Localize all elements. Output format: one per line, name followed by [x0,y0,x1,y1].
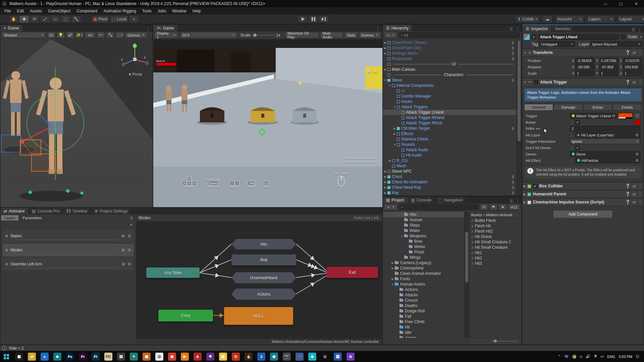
animator-layer-override-left-arm[interactable]: ≡Override Left ArmM⚙ [3,258,134,270]
project-folder-row[interactable]: ▼Human Anims [383,282,469,287]
hidden-packages-count[interactable]: ⌀22 [508,204,520,210]
label-filter-icon[interactable]: ⚑ [489,204,497,210]
prefab-chevron-icon[interactable]: ❯ [512,78,516,82]
help-icon[interactable]: ❔ [625,192,630,196]
hierarchy-row[interactable]: ▶Steve NPC [383,169,517,174]
taskbar-app-0[interactable]: ▦ [15,353,23,361]
transform-component-header[interactable]: ▼ ⊹ Transform ❔⇄⋮ [522,49,644,57]
hierarchy-row[interactable]: Hit Audio [383,153,517,158]
local-toggle[interactable]: ⬚Local [110,15,128,23]
project-folder-row[interactable]: Attacks [383,292,469,298]
expand-arrow-icon[interactable]: ▶ [383,181,387,184]
taskbar-app-11[interactable]: ◎ [155,353,163,361]
project-search-input[interactable]: ⌕ [398,204,479,210]
tab-console[interactable]: ▤Console [408,197,435,203]
project-zoom-slider[interactable] [491,341,518,342]
component-header-cinemachine-impulse-source-script-[interactable]: ▶▣Cinemachine Impulse Source (Script)❔⇄⋮ [522,198,644,206]
presets-icon[interactable]: ⇄ [633,200,636,204]
taskbar-app-4[interactable]: Ps [66,353,74,361]
project-folder-row[interactable]: Melee [383,244,469,249]
expand-arrow-icon[interactable]: ▶ [388,159,392,162]
project-folder-row[interactable]: Free Climb [383,319,469,324]
attack-trigger-tab-extras[interactable]: Extras [583,104,612,111]
state-node-unarmed[interactable]: UnarmedAttack [231,272,296,283]
project-folder-row[interactable]: Pistol [383,249,469,255]
project-tree-scrollbar[interactable] [464,212,469,338]
tool-button-6[interactable]: 🔧 [71,15,81,23]
expand-arrow-icon[interactable]: ▶ [383,41,387,44]
project-folder-row[interactable]: Hit [383,324,469,330]
volume-icon[interactable]: 🔊 [586,354,590,359]
transform-scale-x-field[interactable]: 1 [575,70,595,76]
hierarchy-row[interactable]: ▶Chest❯ [383,174,517,179]
taskbar-app-21[interactable]: 📷 [283,353,291,361]
tool-button-5[interactable]: ⬚ [61,15,71,23]
project-folder-row[interactable]: ▶Camera (Legacy) [383,260,469,265]
hidden-objects-icon[interactable]: ⌀0 [85,32,96,38]
layer-dropdown[interactable]: Ignore Raycast▼ [590,41,642,47]
project-breadcrumb[interactable]: Assets▸Malbers Animati [469,212,521,218]
start-button[interactable] [2,353,10,361]
project-folder-row[interactable]: Fall [383,314,469,319]
tool-button-0[interactable]: ✋ [9,15,19,23]
drag-handle-icon[interactable]: ≡ [5,234,8,238]
component-header-humanoid-parent[interactable]: ▶▣Humanoid Parent❔⇄⋮ [522,190,644,198]
hierarchy-row[interactable]: Attack Trigger RKick [383,120,517,126]
expand-arrow-icon[interactable]: ▼ [388,84,392,87]
hierarchy-row[interactable]: Stamina Check [383,136,517,142]
hierarchy-row[interactable]: Mesh [383,163,517,169]
foldout-arrow-icon[interactable]: ▶ [524,193,526,196]
hit-effect-object-field[interactable]: ⬢HitParticle⊙ [575,158,640,163]
attack-trigger-tab-damage[interactable]: Damage [554,104,583,111]
tab-game[interactable]: 🎮Game [153,25,178,32]
attack-trigger-tab-events[interactable]: Events [613,104,642,111]
component-header-box-collider[interactable]: ▶▣✓Box Collider❔⇄⋮ [522,182,644,190]
tab-animator[interactable]: ⇄Animator [0,208,29,215]
expand-arrow-icon[interactable]: ▶ [392,127,397,130]
taskbar-app-6[interactable]: Pt [92,353,100,361]
component-enabled-checkbox[interactable]: ✓ [533,184,538,188]
taskbar-app-1[interactable]: 📁 [28,353,36,361]
project-folder-row[interactable]: Clean Animal Animator [383,271,469,276]
add-layer-button[interactable]: ＋ [129,222,133,228]
scene-gizmos-dropdown[interactable]: Gizmos▼ [125,32,147,38]
project-folder-row[interactable]: Wings [383,255,469,260]
prefab-chevron-icon[interactable]: ❯ [512,57,516,60]
attack-trigger-enabled-checkbox[interactable] [534,80,538,84]
foldout-arrow-icon[interactable]: ▶ [524,185,526,188]
project-folder-row[interactable]: Actions [383,287,469,292]
trigger-object-field[interactable]: ⬢Attack Trigger LHand⊙ [570,113,617,119]
taskbar-app-7[interactable]: PC [104,353,112,361]
gizmo-color-swatch[interactable] [635,120,640,125]
hierarchy-row[interactable]: ▶Main Canvas [383,67,517,72]
project-menu-icon[interactable]: ⋮ [516,199,520,203]
menu-window[interactable]: Window [169,8,190,14]
taskbar-app-15[interactable]: ❋ [206,353,214,361]
taskbar-app-13[interactable]: ▶ [181,353,189,361]
expand-arrow-icon[interactable]: ▶ [383,47,387,50]
taskbar-app-14[interactable]: A [194,353,202,361]
project-file-row[interactable]: ♪Hit3 [469,261,521,266]
lock-icon[interactable]: ⚿ [510,199,513,203]
attack-trigger-component-header[interactable]: ▼ 〜 Attack Trigger ❔⇄⋮ [522,78,644,86]
tab-hierarchy[interactable]: ☰Hierarchy [383,25,412,32]
expand-arrow-icon[interactable]: ▶ [383,170,387,173]
transform-rotation-y-field[interactable]: -97.858 [599,64,619,70]
tab-scene[interactable]: ⌗Scene [0,25,23,32]
tool-settings-icon[interactable]: 🔧 [106,32,114,38]
lock-icon[interactable]: ⚿ [632,27,635,32]
project-folder-row[interactable]: Deaths [383,303,469,308]
project-file-row[interactable]: ♪Hit Grave [469,234,521,239]
effects-dropdown-icon[interactable]: ✨▼ [75,32,84,38]
menu-assets[interactable]: Assets [27,8,45,14]
hierarchy-row[interactable]: ▶Effects [383,131,517,136]
hierarchy-row[interactable]: ▶CheckPoint (Tower)❯ [383,40,517,45]
scene-orientation-gizmo[interactable]: y x z ◄ Persp [120,42,149,79]
prefab-chevron-icon[interactable]: ❯ [512,186,516,189]
project-file-row[interactable]: ♪Hit Small Creature [469,245,521,250]
hierarchy-menu-icon[interactable]: ⋮ [516,27,520,32]
eyedropper-icon[interactable]: ⟋ [634,113,640,119]
transform-position-x-field[interactable]: -0.26426 [575,58,595,63]
expand-arrow-icon[interactable]: ▶ [383,186,387,189]
transform-scale-z-field[interactable]: 1 [623,70,642,76]
